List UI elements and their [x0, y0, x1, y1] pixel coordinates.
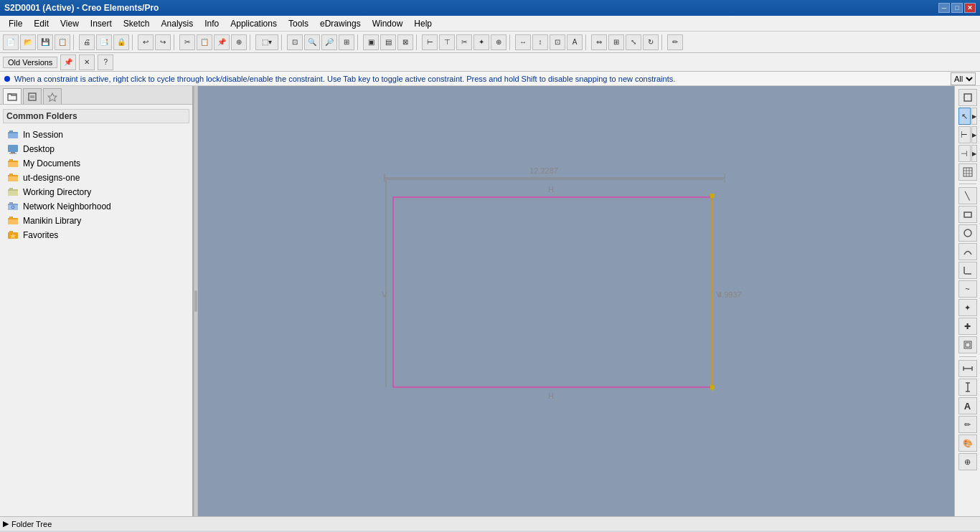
tb-array[interactable]: ⊞: [608, 34, 624, 50]
rt-misc[interactable]: ⊕: [958, 453, 977, 470]
folder-manikin[interactable]: Manikin Library: [3, 214, 189, 228]
tb-dim4[interactable]: ✦: [473, 34, 489, 50]
close-button[interactable]: ✕: [964, 3, 976, 13]
rt-line[interactable]: ╲: [958, 187, 977, 204]
rt-trim2[interactable]: [958, 336, 977, 353]
tb-print2[interactable]: 📑: [96, 34, 112, 50]
maximize-button[interactable]: □: [951, 3, 963, 13]
title-bar-controls: ─ □ ✕: [938, 3, 976, 13]
tb2-help[interactable]: ?: [98, 54, 113, 70]
rt-dim-h2[interactable]: [958, 360, 977, 377]
menu-tools[interactable]: Tools: [283, 17, 314, 30]
tb-cut[interactable]: ✂: [179, 34, 195, 50]
tb-zoom-in[interactable]: 🔍: [304, 34, 320, 50]
rt-dim-expand[interactable]: ▶: [971, 126, 977, 143]
rt-sketch[interactable]: ✏: [958, 416, 977, 433]
tb-mirror[interactable]: ⇔: [591, 34, 607, 50]
panel-tab-favorites[interactable]: [23, 88, 42, 104]
rt-rect-select[interactable]: [958, 89, 977, 106]
rt-text[interactable]: A: [958, 397, 977, 414]
folder-ut-designs[interactable]: ut-designs-one: [3, 171, 189, 185]
canvas-area[interactable]: 12.2287 4.9937 H H V V: [198, 86, 954, 516]
panel-tab-history[interactable]: [43, 88, 62, 104]
panel-tab-folders[interactable]: [3, 88, 22, 104]
rt-select-arrow[interactable]: ↖: [958, 108, 971, 125]
menu-info[interactable]: Info: [199, 17, 225, 30]
rt-arrow-expand[interactable]: ▶: [971, 108, 977, 125]
tb-sketch2[interactable]: ✏: [667, 34, 683, 50]
rt-constraint-expand[interactable]: ▶: [971, 145, 977, 162]
tb-measure1[interactable]: ↔: [515, 34, 531, 50]
rt-rect[interactable]: [958, 206, 977, 223]
folder-tree-toggle[interactable]: ▶ Folder Tree: [3, 519, 52, 528]
folder-tree-arrow: ▶: [3, 519, 9, 528]
menu-view[interactable]: View: [55, 17, 85, 30]
tb-select-area[interactable]: ⬚▾: [255, 34, 278, 50]
rt-grid-btn[interactable]: [958, 163, 977, 181]
svg-rect-48: [966, 343, 970, 347]
filter-select[interactable]: All: [951, 72, 976, 85]
tb-saveas[interactable]: 📋: [55, 34, 70, 50]
tb-save[interactable]: 💾: [37, 34, 53, 50]
folder-in-session[interactable]: In Session: [3, 128, 189, 142]
tb-dim5[interactable]: ⊕: [491, 34, 507, 50]
folder-favorites[interactable]: Favorites: [3, 228, 189, 242]
tb-lock[interactable]: 🔒: [113, 34, 129, 50]
minimize-button[interactable]: ─: [938, 3, 950, 13]
tb-copy[interactable]: 📋: [197, 34, 212, 50]
tb-redo[interactable]: ↪: [155, 34, 171, 50]
tb-scale[interactable]: ⤡: [626, 34, 641, 50]
rt-point[interactable]: ✦: [958, 299, 977, 316]
tb2-close[interactable]: ✕: [79, 54, 95, 70]
menu-insert[interactable]: Insert: [85, 17, 118, 30]
rt-dim-h[interactable]: ⊢: [958, 126, 971, 143]
menu-file[interactable]: File: [3, 17, 28, 30]
tb-dim3[interactable]: ✂: [456, 34, 472, 50]
rt-arc[interactable]: [958, 243, 977, 260]
rt-palette[interactable]: 🎨: [958, 434, 977, 452]
h-label-bottom: H: [548, 391, 554, 400]
tb-view3[interactable]: ⊠: [397, 34, 413, 50]
rt-cross[interactable]: ✚: [958, 318, 977, 335]
tb-paste2[interactable]: ⊕: [231, 34, 247, 50]
rt-circle[interactable]: [958, 224, 977, 242]
tb-undo[interactable]: ↩: [138, 34, 154, 50]
tb-zoom-out[interactable]: 🔎: [321, 34, 337, 50]
rt-dim-v2[interactable]: [958, 379, 977, 396]
tb-repaint[interactable]: ⊡: [287, 34, 303, 50]
tb-rotate[interactable]: ↻: [643, 34, 659, 50]
folder-my-documents[interactable]: My Documents: [3, 156, 189, 171]
rt-spline[interactable]: ~: [958, 280, 977, 298]
tb-new[interactable]: 📄: [3, 34, 19, 50]
tb-view1[interactable]: ▣: [363, 34, 379, 50]
folder-working-dir[interactable]: Working Directory: [3, 185, 189, 199]
menu-window[interactable]: Window: [367, 17, 409, 30]
svg-rect-7: [9, 130, 13, 133]
menu-help[interactable]: Help: [408, 17, 438, 30]
menu-applications[interactable]: Applications: [225, 17, 283, 30]
old-versions-button[interactable]: Old Versions: [3, 57, 57, 68]
tb-open[interactable]: 📂: [20, 34, 36, 50]
folder-network[interactable]: Network Neighborhood: [3, 199, 189, 214]
rt-constraint-group: ⊣ ▶: [958, 145, 977, 162]
svg-rect-29: [9, 231, 13, 233]
menu-sketch[interactable]: Sketch: [118, 17, 156, 30]
menu-analysis[interactable]: Analysis: [156, 17, 199, 30]
menu-edrawings[interactable]: eDrawings: [314, 17, 367, 30]
rt-fillet[interactable]: [958, 262, 977, 279]
tb-paste[interactable]: 📌: [214, 34, 230, 50]
menu-edit[interactable]: Edit: [28, 17, 55, 30]
tb-zoom-fit[interactable]: ⊞: [339, 34, 354, 50]
folder-desktop[interactable]: Desktop: [3, 142, 189, 156]
tb-view2[interactable]: ▤: [380, 34, 396, 50]
tb-measure2[interactable]: ↕: [532, 34, 548, 50]
tb-dim2[interactable]: ⊤: [439, 34, 455, 50]
tb2-pin[interactable]: 📌: [60, 54, 76, 70]
manikin-icon: [7, 216, 19, 226]
tb-print[interactable]: 🖨: [79, 34, 95, 50]
tb-grid[interactable]: ⊡: [550, 34, 565, 50]
tb-sym[interactable]: A: [567, 34, 583, 50]
tb-dim1[interactable]: ⊢: [422, 34, 438, 50]
rt-constraint[interactable]: ⊣: [958, 145, 971, 162]
v-label-right: V: [716, 290, 722, 299]
